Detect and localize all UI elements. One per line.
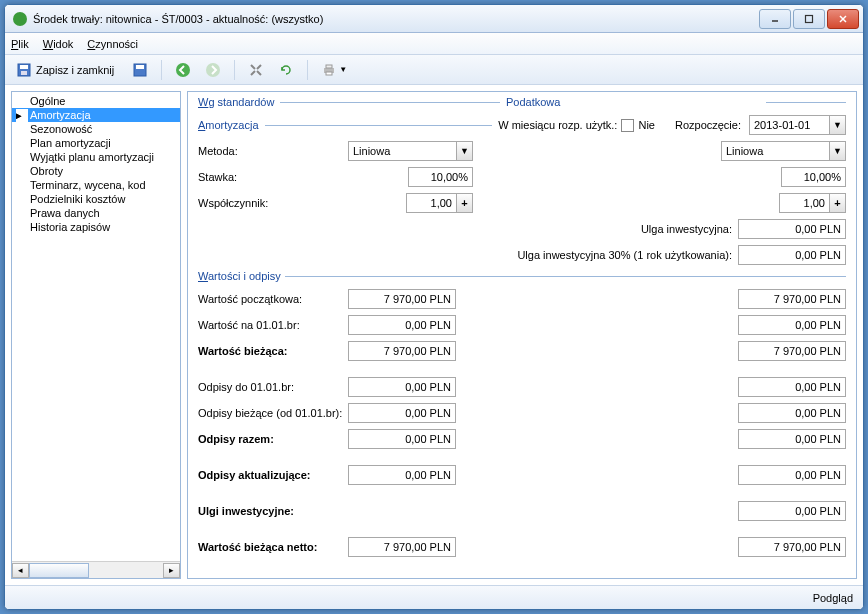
main-panel: Wg standardów Podatkowa Amortyzacja W mi… [187,91,857,579]
refresh-icon [278,62,294,78]
nav-item-seasonality[interactable]: Sezonowość [12,122,180,136]
nav-panel: Ogólne ▸Amortyzacja Sezonowość Plan amor… [11,91,181,579]
invest-relief30-label: Ulga inwestycyjna 30% (1 rok użytkowania… [517,249,732,261]
refresh-button[interactable] [273,59,299,81]
save-icon [132,62,148,78]
writeoffs-current-label: Odpisy bieżące (od 01.01.br): [198,407,348,419]
window-title: Środek trwały: nitownica - ŚT/0003 - akt… [33,13,757,25]
nav-item-history[interactable]: Historia zapisów [12,220,180,234]
tools-button[interactable] [243,59,269,81]
svg-rect-13 [326,72,332,75]
initial-value-label: Wartość początkowa: [198,293,348,305]
start-month-checkbox[interactable] [621,119,634,132]
method-select-tax[interactable]: Liniowa [721,141,829,161]
print-button[interactable]: ▼ [316,59,352,81]
start-date-dropdown[interactable]: ▼ [829,115,846,135]
tax-header: Podatkowa [506,96,766,108]
scroll-left-button[interactable]: ◂ [12,563,29,578]
coef-tax-plus-button[interactable]: + [829,193,846,213]
current-value-std: 7 970,00 PLN [348,341,456,361]
coef-tax-field[interactable]: 1,00 [779,193,829,213]
nav-item-schedule[interactable]: Terminarz, wycena, kod [12,178,180,192]
writeoffs-update-tax: 0,00 PLN [738,465,846,485]
statusbar: Podgląd [5,585,863,609]
method-std-dropdown[interactable]: ▼ [456,141,473,161]
app-window: Środek trwały: nitownica - ŚT/0003 - akt… [4,4,864,610]
nav-item-turnover[interactable]: Obroty [12,164,180,178]
start-date-label: Rozpoczęcie: [675,119,741,131]
nav-item-dividers[interactable]: Podzielniki kosztów [12,192,180,206]
columns-header: Wg standardów Podatkowa [198,96,846,108]
writeoffs-current-tax: 0,00 PLN [738,403,846,423]
back-button[interactable] [170,59,196,81]
writeoffs-total-label: Odpisy razem: [198,433,348,445]
nav-item-rights[interactable]: Prawa danych [12,206,180,220]
titlebar: Środek trwały: nitownica - ŚT/0003 - akt… [5,5,863,33]
writeoffs-total-std: 0,00 PLN [348,429,456,449]
writeoffs-update-label: Odpisy aktualizujące: [198,469,348,481]
method-tax-dropdown[interactable]: ▼ [829,141,846,161]
values-group-header: Wartości i odpisy [198,270,846,282]
coef-std-plus-button[interactable]: + [456,193,473,213]
writeoffs-total-tax: 0,00 PLN [738,429,846,449]
rate-std-field[interactable]: 10,00% [408,167,473,187]
arrow-left-icon [175,62,191,78]
amort-group-label: Amortyzacja [198,119,259,131]
save-close-label: Zapisz i zamknij [36,64,114,76]
net-value-std: 7 970,00 PLN [348,537,456,557]
nav-list: Ogólne ▸Amortyzacja Sezonowość Plan amor… [12,92,180,561]
writeoffs-to-tax: 0,00 PLN [738,377,846,397]
writeoffs-update-std: 0,00 PLN [348,465,456,485]
net-value-tax: 7 970,00 PLN [738,537,846,557]
net-value-label: Wartość bieżąca netto: [198,541,348,553]
invest-reliefs-label: Ulgi inwestycyjne: [198,505,348,517]
method-label: Metoda: [198,145,348,157]
preview-link[interactable]: Podgląd [813,592,853,604]
save-close-button[interactable]: Zapisz i zamknij [11,59,123,81]
maximize-button[interactable] [793,9,825,29]
menubar: Plik Widok Czynności [5,33,863,55]
svg-rect-8 [136,65,144,69]
svg-point-9 [176,63,190,77]
start-month-value: Nie [638,119,655,131]
svg-rect-6 [21,71,27,75]
writeoffs-to-std: 0,00 PLN [348,377,456,397]
rate-tax-field[interactable]: 10,00% [781,167,846,187]
toolbar: Zapisz i zamknij ▼ [5,55,863,85]
nav-item-amortization[interactable]: ▸Amortyzacja [12,108,180,122]
coef-std-field[interactable]: 1,00 [406,193,456,213]
menu-file[interactable]: Plik [11,38,29,50]
chevron-down-icon: ▼ [339,65,347,74]
tools-icon [248,62,264,78]
standards-header: Wg standardów [198,96,274,108]
menu-actions[interactable]: Czynności [87,38,138,50]
writeoffs-to-label: Odpisy do 01.01.br: [198,381,348,393]
nav-item-general[interactable]: Ogólne [12,94,180,108]
current-value-tax: 7 970,00 PLN [738,341,846,361]
svg-point-10 [206,63,220,77]
close-button[interactable] [827,9,859,29]
nav-item-exceptions[interactable]: Wyjątki planu amortyzacji [12,150,180,164]
save-icon [16,62,32,78]
rate-label: Stawka: [198,171,348,183]
svg-rect-1 [806,15,813,22]
save-button[interactable] [127,59,153,81]
scroll-right-button[interactable]: ▸ [163,563,180,578]
method-select-std[interactable]: Liniowa [348,141,456,161]
nav-item-plan[interactable]: Plan amortyzacji [12,136,180,150]
invest-relief30-field[interactable]: 0,00 PLN [738,245,846,265]
scroll-thumb[interactable] [29,563,89,578]
nav-scrollbar[interactable]: ◂ ▸ [12,561,180,578]
invest-relief-label: Ulga inwestycyjna: [641,223,732,235]
invest-relief-field[interactable]: 0,00 PLN [738,219,846,239]
current-value-label: Wartość bieżąca: [198,345,348,357]
initial-value-std: 7 970,00 PLN [348,289,456,309]
value-0101-label: Wartość na 01.01.br: [198,319,348,331]
print-icon [321,62,337,78]
menu-view[interactable]: Widok [43,38,74,50]
value-0101-std: 0,00 PLN [348,315,456,335]
minimize-button[interactable] [759,9,791,29]
invest-reliefs-tax: 0,00 PLN [738,501,846,521]
forward-button[interactable] [200,59,226,81]
start-date-field[interactable]: 2013-01-01 [749,115,829,135]
